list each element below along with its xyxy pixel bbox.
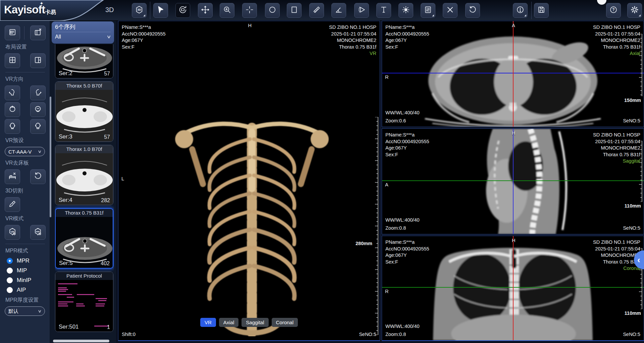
mpr-mode-option-mpr[interactable]: MPR xyxy=(7,258,46,264)
view-3d-icon: 3D xyxy=(135,5,144,15)
series-number: Ser:4 xyxy=(59,197,72,204)
application-window: Kayisoft卡易 ✦ 3D 3D? 布局设置 VR方向 xyxy=(0,0,644,343)
reference-line-vertical[interactable] xyxy=(513,236,514,340)
toolbar: Kayisoft卡易 ✦ 3D 3D? xyxy=(0,0,644,21)
save-button[interactable] xyxy=(534,3,549,18)
sagittal-viewport[interactable]: PName:S***aAccNO:0004920555Age:067YSex:F… xyxy=(382,128,644,234)
reference-line-vertical[interactable] xyxy=(513,21,514,127)
coronal-viewport[interactable]: PName:S***aAccNO:0004920555Age:067YSex:F… xyxy=(382,236,644,341)
series-horizontal-scrollbar[interactable] xyxy=(53,340,109,342)
series-image-count: 57 xyxy=(104,71,110,77)
reset-button[interactable] xyxy=(465,3,480,18)
brightness-icon xyxy=(401,5,410,15)
view-button-saggital[interactable]: Saggital xyxy=(241,318,268,327)
series-thumbnail[interactable]: Ser:257 xyxy=(55,44,113,78)
mpr-mode-option-minip[interactable]: MinIP xyxy=(7,277,46,284)
series-vertical-scrollbar[interactable] xyxy=(50,97,51,217)
scalpel-icon xyxy=(8,199,17,210)
head-top-icon xyxy=(8,105,17,115)
pan-button[interactable] xyxy=(198,3,213,18)
vr-view-left-button[interactable] xyxy=(5,85,20,100)
series-count-label: 6个序列 xyxy=(55,23,111,31)
zoom-label: Zoom:0.8 xyxy=(385,332,406,337)
vr-view-front-button[interactable] xyxy=(5,119,20,134)
series-thumbnail[interactable]: Thorax 5.0 B70fSer:357 xyxy=(55,81,113,142)
series-title: Thorax 1.0 B70f xyxy=(55,145,113,153)
svg-text:VR: VR xyxy=(11,230,14,233)
angle-button[interactable] xyxy=(331,3,346,18)
study-info: SD ZIBO NO.1 HOSP2025-01-21 07:55:04MONO… xyxy=(593,132,640,158)
patient-info-line: Age:067Y xyxy=(385,145,429,152)
window-levels-icon xyxy=(424,5,432,15)
settings-icon xyxy=(630,5,639,15)
view-button-axial[interactable]: Axial xyxy=(219,318,239,327)
layout-list-button[interactable] xyxy=(5,25,20,40)
reset-icon xyxy=(468,5,477,15)
pan-icon xyxy=(201,5,210,15)
scale-label: 110mm xyxy=(625,203,641,209)
remove-bed-button[interactable] xyxy=(5,169,20,184)
vr-preset-select[interactable]: CT-AAA-V ∨ xyxy=(5,147,45,156)
warning-info-button[interactable] xyxy=(513,3,528,18)
vr-mode-mip-button[interactable]: MIP xyxy=(30,225,46,240)
settings-button[interactable] xyxy=(627,3,642,18)
scale-label: 280mm xyxy=(356,241,372,246)
view-3d-button[interactable]: 3D xyxy=(132,3,147,18)
window-levels-button[interactable] xyxy=(421,3,435,18)
chevron-down-icon: ∨ xyxy=(38,309,42,313)
help-button[interactable]: ? xyxy=(606,3,621,18)
patient-info: PName:S***aAccNO:0004920555Age:067YSex:F xyxy=(122,24,166,50)
layout-list-icon xyxy=(8,28,17,38)
radio-icon[interactable] xyxy=(7,258,13,264)
mpr-thickness-select[interactable]: 默认 ∨ xyxy=(5,306,45,316)
mpr-mode-option-aip[interactable]: AIP xyxy=(7,287,46,293)
delete-button[interactable] xyxy=(443,3,458,18)
ellipse-roi-button[interactable] xyxy=(265,3,280,18)
zoom-in-button[interactable] xyxy=(220,3,234,18)
series-thumbnail[interactable]: Thorax 0.75 B31fSer:5402 xyxy=(55,208,113,269)
window-level-label: WW/WL:400/40 xyxy=(385,110,420,115)
series-thumbnail[interactable]: Thorax 1.0 B70fSer:4282 xyxy=(55,145,113,205)
vr-view-top-button[interactable] xyxy=(5,102,20,117)
mpr-mode-option-mip[interactable]: MIP xyxy=(7,267,46,274)
view-button-coronal[interactable]: Coronal xyxy=(272,318,298,327)
head-front-icon xyxy=(8,121,17,131)
axial-viewport[interactable]: PName:S***aAccNO:0004920555Age:067YSex:F… xyxy=(382,21,644,127)
cursor-button[interactable] xyxy=(153,3,168,18)
patient-info-line: Sex:F xyxy=(385,44,429,51)
brightness-button[interactable] xyxy=(398,3,413,18)
close-panel-button[interactable] xyxy=(30,25,46,40)
avatar[interactable] xyxy=(597,0,606,5)
window-level-label: WW/WL:400/40 xyxy=(385,324,420,329)
radio-icon[interactable] xyxy=(7,287,13,293)
radio-icon[interactable] xyxy=(7,277,13,283)
rotate-3d-button[interactable] xyxy=(175,3,190,18)
vr-mode-vr-button[interactable]: VR xyxy=(5,225,20,240)
cobb-angle-button[interactable] xyxy=(354,3,369,18)
localize-crosshair-button[interactable] xyxy=(242,3,257,18)
layout-settings-label: 布局设置 xyxy=(5,44,46,51)
radio-icon[interactable] xyxy=(7,268,13,274)
grid-layout-button[interactable] xyxy=(5,53,20,68)
view-button-vr[interactable]: VR xyxy=(200,318,216,327)
vr-view-bottom-button[interactable] xyxy=(30,102,46,117)
split-layout-button[interactable] xyxy=(30,53,46,68)
mode-3d-label: 3D xyxy=(105,6,114,14)
vr-view-right-button[interactable] xyxy=(30,85,46,100)
scalpel-cut-button[interactable] xyxy=(5,197,20,212)
zoom-label: Zoom:0.6 xyxy=(385,118,406,123)
close-panel-icon xyxy=(34,28,42,38)
cobb-angle-icon xyxy=(357,5,366,15)
restore-bed-button[interactable] xyxy=(30,169,46,184)
reference-line-vertical[interactable] xyxy=(513,129,514,234)
ruler-button[interactable] xyxy=(309,3,324,18)
rect-roi-button[interactable] xyxy=(287,3,302,18)
orientation-top-label: H xyxy=(512,238,515,243)
vr-view-back-button[interactable] xyxy=(30,119,46,134)
series-filter-select[interactable]: All ∨ xyxy=(55,32,111,41)
study-info: SD ZIBO NO.1 HOSP2025-01-21 07:55:04MONO… xyxy=(593,24,640,50)
text-annotation-button[interactable] xyxy=(376,3,391,18)
series-thumbnail[interactable]: Patient ProtocolSer:5011 xyxy=(55,272,113,332)
vr-mode-label: VR模式 xyxy=(5,215,46,222)
vr-viewport[interactable]: PName:S***aAccNO:0004920555Age:067YSex:F… xyxy=(118,21,380,341)
